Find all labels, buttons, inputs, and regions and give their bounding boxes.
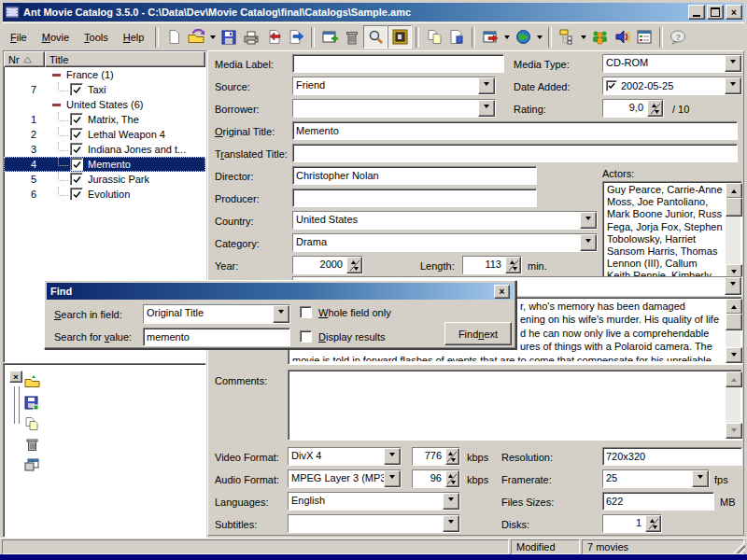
picture-panel-button[interactable] — [388, 25, 412, 49]
search-in-field-combobox[interactable]: Original Title — [143, 304, 290, 324]
resolution-input[interactable] — [602, 447, 742, 466]
group-tree-dropdown[interactable] — [578, 26, 588, 48]
find-button[interactable] — [363, 25, 388, 49]
combo-dropdown-button[interactable] — [478, 100, 495, 117]
media-type-combobox[interactable]: CD-ROM — [602, 54, 742, 73]
category-combobox[interactable]: Drama — [292, 233, 598, 252]
translated-title-input[interactable] — [292, 144, 738, 162]
tree-group-row[interactable]: France (1) — [4, 67, 205, 82]
combo-dropdown-button[interactable] — [692, 470, 709, 487]
combo-dropdown-button[interactable] — [273, 305, 289, 323]
languages-combobox[interactable]: English — [288, 492, 460, 511]
year-spinner[interactable]: 2000 — [292, 256, 363, 274]
combo-dropdown-button[interactable] — [580, 234, 597, 251]
copy-movies-button[interactable] — [423, 26, 445, 48]
scrollbar-thumb[interactable] — [726, 314, 742, 330]
internet-dropdown[interactable] — [534, 26, 544, 48]
open-file-button[interactable] — [185, 26, 207, 48]
preferences-button[interactable] — [633, 26, 655, 48]
internet-button[interactable] — [512, 26, 534, 48]
export-window-button[interactable] — [479, 26, 501, 48]
source-combobox[interactable]: Friend — [292, 77, 496, 95]
combo-dropdown-button[interactable] — [443, 515, 459, 532]
tree-movie-row[interactable]: 1Matrix, The — [4, 112, 205, 127]
country-combobox[interactable]: United States — [292, 211, 598, 230]
export-window-dropdown[interactable] — [501, 26, 512, 48]
languages-button[interactable] — [611, 26, 633, 48]
movie-checkbox[interactable] — [70, 113, 83, 126]
export-button[interactable] — [285, 26, 307, 48]
maximize-button[interactable] — [707, 5, 724, 20]
combo-dropdown-button[interactable] — [384, 470, 401, 487]
import-button[interactable] — [262, 26, 285, 48]
producer-input[interactable] — [292, 189, 537, 207]
whole-field-only-checkbox[interactable] — [300, 306, 312, 318]
subtitles-combobox[interactable] — [288, 514, 460, 533]
scroll-up-button[interactable] — [726, 371, 742, 387]
borrowers-button[interactable] — [588, 26, 611, 48]
new-file-button[interactable] — [162, 26, 185, 48]
column-header-title[interactable]: Title — [45, 51, 205, 67]
title-bar[interactable]: Ant Movie Catalog 3.5.0 - C:\Data\Dev\Mo… — [3, 3, 744, 21]
tree-movie-row[interactable]: 5Jurassic Park — [4, 172, 205, 187]
delete-picture-button[interactable] — [22, 435, 41, 454]
close-button[interactable]: × — [726, 5, 742, 20]
comments-textbox[interactable] — [288, 370, 742, 441]
scroll-up-button[interactable] — [726, 299, 742, 315]
borrower-combobox[interactable] — [292, 99, 496, 118]
add-movie-button[interactable] — [318, 26, 341, 48]
combo-dropdown-button[interactable] — [725, 77, 741, 94]
tree-movie-row[interactable]: 4Memento — [4, 157, 205, 172]
audio-bitrate-spinner[interactable]: 96 — [412, 469, 460, 488]
scrollbar-thumb[interactable] — [726, 198, 742, 217]
files-sizes-input[interactable] — [602, 492, 714, 511]
find-next-button[interactable]: Find next — [444, 322, 512, 345]
scroll-down-button[interactable] — [726, 347, 742, 363]
combo-dropdown-button[interactable] — [725, 277, 741, 295]
spin-updown-button[interactable] — [645, 515, 661, 532]
menu-tools[interactable]: Tools — [77, 30, 116, 45]
paste-picture-button[interactable] — [445, 26, 468, 48]
length-spinner[interactable]: 113 — [462, 256, 522, 274]
print-button[interactable] — [240, 26, 262, 48]
tree-movie-row[interactable]: 6Evolution — [4, 187, 205, 202]
spin-updown-button[interactable] — [647, 100, 663, 117]
disks-spinner[interactable]: 1 — [602, 514, 662, 533]
movie-checkbox[interactable] — [70, 128, 83, 141]
delete-movie-button[interactable] — [341, 26, 363, 48]
director-input[interactable] — [292, 166, 537, 185]
combo-dropdown-button[interactable] — [580, 212, 597, 229]
help-button[interactable]: ? — [667, 26, 689, 48]
movie-checkbox[interactable] — [70, 173, 83, 186]
find-dialog-titlebar[interactable]: Find × — [47, 283, 514, 300]
collapse-minus-icon[interactable] — [52, 74, 61, 77]
save-button[interactable] — [218, 26, 240, 48]
save-picture-button[interactable] — [22, 394, 41, 413]
menu-help[interactable]: Help — [116, 30, 152, 45]
tree-group-row[interactable]: United States (6) — [4, 97, 205, 112]
tree-movie-row[interactable]: 7Taxi — [4, 82, 205, 97]
media-label-input[interactable] — [292, 54, 504, 73]
combo-dropdown-button[interactable] — [725, 55, 741, 72]
spin-updown-button[interactable] — [445, 470, 459, 487]
toolbar-grip[interactable] — [15, 386, 20, 424]
comments-scrollbar[interactable] — [726, 371, 740, 439]
actors-scrollbar[interactable] — [726, 183, 740, 280]
description-scrollbar[interactable] — [726, 299, 740, 363]
rating-spinner[interactable]: 9,0 — [602, 99, 664, 118]
spin-updown-button[interactable] — [445, 448, 459, 465]
date-added-picker[interactable]: 2002-05-25 — [602, 77, 742, 95]
combo-dropdown-button[interactable] — [384, 448, 401, 465]
menu-movie[interactable]: Movie — [35, 30, 77, 45]
minimize-button[interactable] — [688, 5, 705, 20]
find-dialog-close-button[interactable]: × — [494, 285, 510, 299]
original-title-input[interactable] — [292, 121, 738, 140]
picture-window-button[interactable] — [22, 455, 41, 474]
tree-movie-row[interactable]: 3Indiana Jones and t... — [4, 142, 205, 157]
movie-checkbox[interactable] — [70, 188, 83, 201]
copy-picture-button[interactable] — [22, 414, 41, 433]
movie-checkbox[interactable] — [70, 158, 83, 171]
scroll-down-button[interactable] — [726, 423, 742, 439]
movie-checkbox[interactable] — [70, 83, 83, 96]
scroll-up-button[interactable] — [726, 183, 742, 199]
